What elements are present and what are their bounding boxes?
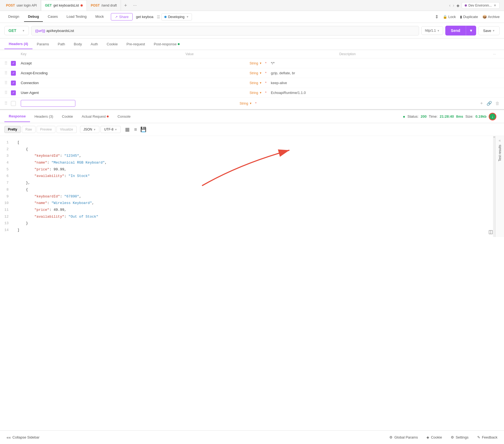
tab-post-user-login[interactable]: POST user login API xyxy=(2,0,41,11)
resp-tab-cookie[interactable]: Cookie xyxy=(58,111,77,122)
req-tab-postresponse[interactable]: Post-response xyxy=(149,39,184,49)
drag-handle[interactable]: ⠿ xyxy=(4,61,8,66)
type-string-encoding[interactable]: String xyxy=(250,71,258,75)
new-key-input[interactable] xyxy=(21,100,75,107)
archive-button[interactable]: 📦 Archive xyxy=(482,15,500,19)
req-tab-auth[interactable]: Auth xyxy=(86,39,102,49)
duplicate-icon: ▮ xyxy=(460,15,462,19)
magic-icon[interactable]: ✦ xyxy=(480,101,483,106)
req-tab-headers[interactable]: Headers (4) xyxy=(4,39,32,49)
collapse-chevron[interactable]: « xyxy=(499,138,501,143)
drag-handle2[interactable]: ⠿ xyxy=(4,71,8,75)
lock-button[interactable]: 🔒 Lock xyxy=(443,15,456,19)
checkbox-encoding[interactable]: ✓ xyxy=(11,71,16,76)
protocol-selector[interactable]: http/1.1 ▼ xyxy=(421,26,443,35)
method-arrow: ▼ xyxy=(22,29,25,32)
drag-handle4[interactable]: ⠿ xyxy=(4,90,8,95)
globe-icon: ◆ xyxy=(456,3,459,8)
tab-debug[interactable]: Debug xyxy=(24,12,43,22)
duplicate-button[interactable]: ▮ Duplicate xyxy=(460,15,478,19)
visualize-button[interactable]: Visualize xyxy=(57,126,77,133)
wrap-button[interactable]: ≡ xyxy=(133,126,138,134)
tab-post-send-draft[interactable]: POST /send draft xyxy=(87,0,121,11)
delete-row-icon[interactable]: 🗑 xyxy=(495,101,500,106)
save-response-button[interactable]: 💾 xyxy=(139,125,147,134)
link-icon[interactable]: 🔗 xyxy=(487,101,492,106)
copy-response-button[interactable]: ▦ xyxy=(123,125,132,134)
global-params-label: Global Params xyxy=(394,435,418,439)
tab-design[interactable]: Design xyxy=(4,12,23,22)
test-results-sidebar[interactable]: « Test results xyxy=(495,136,504,237)
more-tabs-button[interactable]: ··· xyxy=(130,0,139,11)
edit-icon[interactable]: ☰ xyxy=(157,15,160,19)
header-row-connection: ⠿ ✓ Connection String ▼ * keep-alive xyxy=(0,78,504,88)
cookie-button[interactable]: ◈ Cookie xyxy=(426,435,442,439)
collapse-chevrons-icon: «« xyxy=(7,435,11,440)
tab-mock[interactable]: Mock xyxy=(91,12,108,22)
type-string-accept[interactable]: String xyxy=(250,61,258,65)
settings-button[interactable]: ⚙ Settings xyxy=(451,435,469,439)
send-dropdown-arrow[interactable]: ▼ xyxy=(466,26,476,35)
col-options-icon[interactable]: ··· xyxy=(493,52,496,56)
env-selector[interactable]: Dev Environm... ▼ xyxy=(462,2,500,9)
raw-button[interactable]: Raw xyxy=(22,126,35,133)
resp-tab-response[interactable]: Response xyxy=(4,111,30,122)
developing-button[interactable]: Developing ▼ xyxy=(161,13,192,20)
grid-view-button[interactable]: ◫ xyxy=(488,229,493,235)
line-num-14: 14 xyxy=(4,227,9,234)
drag-handle5[interactable]: ⠿ xyxy=(4,101,8,106)
download-button[interactable]: ↓ xyxy=(489,113,496,120)
layout-icon[interactable]: ⇕ xyxy=(435,14,438,19)
pretty-button[interactable]: Pretty xyxy=(4,126,21,133)
share-button[interactable]: ↗ Share xyxy=(111,13,133,20)
actual-request-dot xyxy=(107,116,109,117)
required-star-encoding: * xyxy=(265,71,266,75)
drag-handle3[interactable]: ⠿ xyxy=(4,81,8,85)
nav-forward-button[interactable]: › xyxy=(453,3,454,8)
feedback-button[interactable]: ✎ Feedback xyxy=(477,435,497,439)
tab-load-testing[interactable]: Load Testing xyxy=(63,12,91,22)
tab-cases[interactable]: Cases xyxy=(44,12,62,22)
checkbox-user-agent[interactable]: ✓ xyxy=(11,90,16,95)
tab-label-user-login: user login API xyxy=(17,4,37,7)
preview-button[interactable]: Preview xyxy=(37,126,55,133)
req-tab-cookie[interactable]: Cookie xyxy=(102,39,122,49)
resp-tab-actual-request[interactable]: Actual Request xyxy=(77,111,113,122)
req-tab-path[interactable]: Path xyxy=(54,39,70,49)
type-arrow-ua: ▼ xyxy=(259,91,262,94)
global-params-button[interactable]: ⚙ Global Params xyxy=(389,435,418,439)
encoding-selector[interactable]: UTF-8 ▼ xyxy=(100,126,121,133)
size-value: 0.19kb xyxy=(476,114,487,119)
req-tab-prerequest[interactable]: Pre-request xyxy=(122,39,149,49)
req-tab-params[interactable]: Params xyxy=(32,39,54,49)
type-string-ua[interactable]: String xyxy=(250,91,258,95)
value-encoding: gzip, deflate, br xyxy=(269,71,500,75)
method-selector[interactable]: GET ▼ xyxy=(4,26,29,35)
code-line-9: "keyboardId": "67890", xyxy=(17,193,489,200)
send-button[interactable]: Send ▼ xyxy=(445,26,476,35)
checkbox-new[interactable] xyxy=(11,101,16,106)
checkbox-accept[interactable]: ✓ xyxy=(11,61,16,66)
code-line-8: { xyxy=(17,187,489,193)
save-button[interactable]: Save ▼ xyxy=(478,26,500,35)
required-star-accept: * xyxy=(265,61,266,65)
env-label: Dev Environm... xyxy=(469,4,492,7)
time-label: Time: xyxy=(429,114,438,119)
type-string-connection[interactable]: String xyxy=(250,81,258,85)
method-value: GET xyxy=(8,28,16,33)
resp-tab-headers[interactable]: Headers (3) xyxy=(30,111,58,122)
add-tab-button[interactable]: + xyxy=(121,0,131,11)
col-header-value: Value xyxy=(174,52,339,56)
resp-tab-console[interactable]: Console xyxy=(113,111,135,122)
req-tab-body[interactable]: Body xyxy=(69,39,86,49)
format-selector[interactable]: JSON ▼ xyxy=(80,126,100,133)
url-input[interactable]: {{url}} api/keyboardsList xyxy=(31,26,419,35)
nav-back-button[interactable]: ‹ xyxy=(449,3,450,8)
collapse-sidebar-label: Collapse Sidebar xyxy=(13,435,40,439)
tab-get-keyboards[interactable]: GET get keyboardsList xyxy=(41,0,87,11)
type-string-new[interactable]: String xyxy=(240,102,248,105)
collapse-sidebar-button[interactable]: «« Collapse Sidebar xyxy=(7,435,40,440)
checkbox-connection[interactable]: ✓ xyxy=(11,81,16,85)
lock-icon: 🔒 xyxy=(443,15,447,19)
tab-active-dot xyxy=(81,4,83,7)
